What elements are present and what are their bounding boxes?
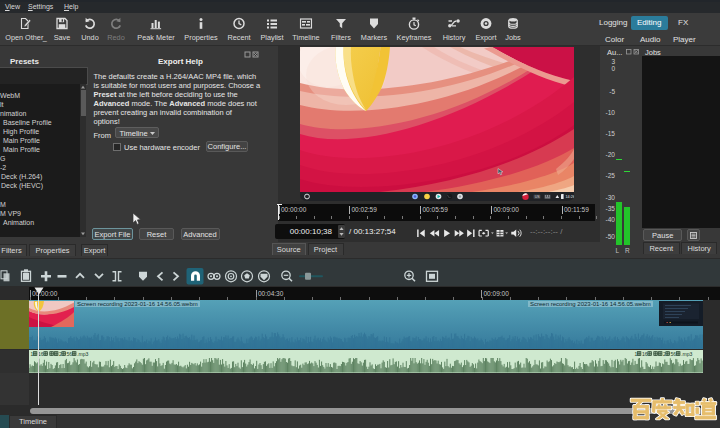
svg-text:US: US <box>535 195 541 199</box>
svg-text:1: 1 <box>634 351 637 357</box>
svg-text:.mp3: .mp3 <box>681 351 692 357</box>
svg-text:1: 1 <box>30 351 33 357</box>
svg-text:56: 56 <box>66 351 72 357</box>
svg-text:14:26: 14:26 <box>566 195 575 199</box>
svg-text:.mp3: .mp3 <box>77 351 88 357</box>
svg-text:2: 2 <box>59 351 62 357</box>
svg-text:56: 56 <box>670 351 676 357</box>
svg-text:16: 16 <box>642 351 648 357</box>
svg-text:2: 2 <box>663 351 666 357</box>
